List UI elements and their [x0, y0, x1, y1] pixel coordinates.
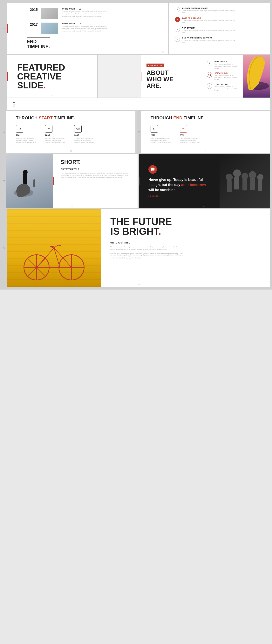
write-here-btn[interactable]: WRITE HERE TEXT	[146, 64, 164, 67]
year-2017: 2017	[27, 22, 38, 26]
page-num-quote: 41	[204, 205, 205, 207]
tl-icon-2012: ✏	[180, 125, 187, 132]
quote-crowd-area	[220, 154, 270, 208]
office-photo-2017	[41, 22, 58, 34]
tl-item-2007: 📢 2007 There are many variations of pass…	[74, 125, 98, 144]
row-num-35: 35	[2, 154, 6, 208]
office-photo-2015	[41, 8, 58, 19]
chat-bubble-icon	[148, 165, 157, 174]
short-subtitle: WRITE YOUR TITLE	[60, 168, 130, 170]
tl-year-2005: 2005	[45, 134, 68, 136]
svg-point-8	[226, 174, 233, 181]
svg-point-12	[242, 173, 248, 180]
short-image	[6, 154, 53, 208]
row-label-a	[2, 98, 6, 110]
feature-item-fast: ✓ FAST AND SECURE There are many variati…	[175, 17, 264, 24]
about-left-area	[98, 55, 141, 98]
crowd-svg	[220, 154, 270, 208]
fragment-a-sub: %Lo	[13, 104, 264, 107]
feature-item-flexible: ✓ FLEXIBLE REFUND POLICY There are many …	[175, 7, 264, 14]
about-mid: WRITE HERE TEXT ABOUT WHO WE ARE.	[141, 55, 203, 98]
quote-highlight: after tomorrow	[181, 183, 206, 187]
tl-icon-2007: 📢	[74, 125, 82, 132]
tl-desc-2002: There are many variations of passages of…	[16, 138, 39, 144]
svg-point-10	[233, 170, 241, 177]
svg-rect-15	[250, 178, 255, 190]
short-content: SHORT. WRITE YOUR TITLE There are many v…	[53, 154, 138, 208]
tl-desc-2005: There are many variations of passages of…	[45, 138, 68, 144]
about-item-team: ✏ TEAM BUILDING There are many variation…	[207, 83, 239, 92]
slide-short: SHORT. WRITE YOUR TITLE There are many v…	[6, 154, 138, 208]
tl-year-2010: 2010	[150, 134, 174, 136]
featured-title: FEATURED CREATIVE SLIDE.	[17, 63, 87, 90]
red-accent-about	[141, 72, 142, 81]
tl-item-2012: ✏ 2012 There are many variations of pass…	[180, 125, 203, 144]
slide-37: 2015 WRITE YOUR TITLE There are many var…	[8, 3, 168, 54]
body-2015: There are many variations of passages of…	[62, 11, 108, 17]
about-title: ABOUT WHO WE ARE.	[146, 70, 197, 89]
future-period: .	[158, 226, 161, 237]
future-body-2: If you are going to use a passage of Lor…	[110, 253, 184, 259]
svg-point-5	[23, 170, 28, 174]
tl-desc-2007: There are many variations of passages of…	[74, 138, 98, 144]
slide-features-panel: ✓ FLEXIBLE REFUND POLICY There are many …	[169, 3, 270, 54]
slide-fragment-a: A %Lo	[8, 98, 270, 110]
check-icon-flexible: ✓	[175, 7, 180, 12]
slide-quote: Never give up. Today is beautiful design…	[139, 154, 270, 208]
year-2015: 2015	[27, 8, 38, 12]
tl-year-2002: 2002	[16, 134, 39, 136]
person-svg	[6, 154, 53, 208]
svg-point-14	[249, 171, 256, 178]
svg-point-16	[257, 174, 264, 180]
future-subtitle: WRITE YOUR TITLE	[110, 242, 260, 244]
page-wrapper: 37 2015 WRITE YOUR TITLE There are many …	[0, 0, 272, 290]
end-timeline-label: ENDTIMELINE.	[27, 39, 50, 49]
row-num-27: 27	[136, 111, 141, 153]
crow-body: There are many variations of passages of…	[214, 74, 239, 81]
page-num-future: 42	[138, 284, 140, 286]
check-icon-fast: ✓	[175, 17, 180, 22]
svg-rect-1	[6, 154, 53, 208]
tl-year-2007: 2007	[74, 134, 98, 136]
quote-text: Never give up. Today is beautiful design…	[148, 177, 210, 192]
tl-item-2005: ✏ 2005 There are many variations of pass…	[45, 125, 68, 144]
punctuality-title: PUNCTUALITY	[214, 61, 239, 62]
tl-desc-2010: There are many variations of passages of…	[150, 138, 174, 144]
tl-start-title: THROUGH START TIMELINE.	[16, 116, 126, 120]
page-num-37: 37	[162, 51, 164, 53]
feature-title-support: 24/7 PROFESSIONAL SUPPORT	[182, 37, 237, 39]
feature-title-fast: FAST AND SECURE	[182, 17, 237, 19]
check-icon-support: ✓	[175, 37, 180, 42]
title-2017: WRITE YOUR TITLE	[62, 22, 108, 25]
tl-year-2012: 2012	[180, 134, 203, 136]
red-accent-quote	[139, 177, 140, 186]
tl-end-items: ⊙ 2010 There are many variations of pass…	[150, 125, 260, 144]
svg-rect-17	[258, 180, 262, 191]
tl-icon-2002: ⊙	[16, 125, 23, 132]
svg-rect-28	[50, 246, 54, 247]
banana-area	[243, 55, 270, 98]
page-num-tl-start: 25	[70, 150, 72, 152]
slide-tl-start: THROUGH START TIMELINE. ⊙ 2002 There are…	[6, 111, 136, 153]
yellow-curtain-area	[8, 209, 101, 287]
short-title: SHORT.	[60, 159, 130, 165]
punctuality-body: There are many variations of passages of…	[214, 63, 239, 69]
about-item-crow: 📢 CROW INCOME There are many variations …	[207, 72, 239, 81]
red-accent-featured	[8, 72, 8, 81]
svg-point-3	[33, 179, 35, 181]
svg-rect-11	[234, 177, 239, 190]
future-content: THE FUTURE IS BRIGHT. WRITE YOUR TITLE T…	[101, 209, 270, 287]
feature-body-fast: There are many variations of passages of…	[182, 20, 237, 24]
curtain-bg	[8, 209, 101, 287]
slide-featured: FEATURED CREATIVE SLIDE. 20	[8, 55, 97, 98]
feature-item-support: ✓ 24/7 PROFESSIONAL SUPPORT There are ma…	[175, 37, 264, 44]
feature-item-quality: ✓ TOP QUALITY There are many variations …	[175, 27, 264, 34]
body-2017: There are many variations of passages of…	[62, 26, 108, 32]
title-2015: WRITE YOUR TITLE	[62, 8, 108, 10]
about-item-punctuality: ⊙ PUNCTUALITY There are many variations …	[207, 61, 239, 69]
tl-desc-2012: There are many variations of passages of…	[180, 138, 203, 144]
row-num-37: 37	[2, 3, 6, 54]
about-items: ⊙ PUNCTUALITY There are many variations …	[203, 55, 243, 98]
tl-icon-2005: ✏	[45, 125, 52, 132]
red-accent-bar	[8, 24, 8, 33]
